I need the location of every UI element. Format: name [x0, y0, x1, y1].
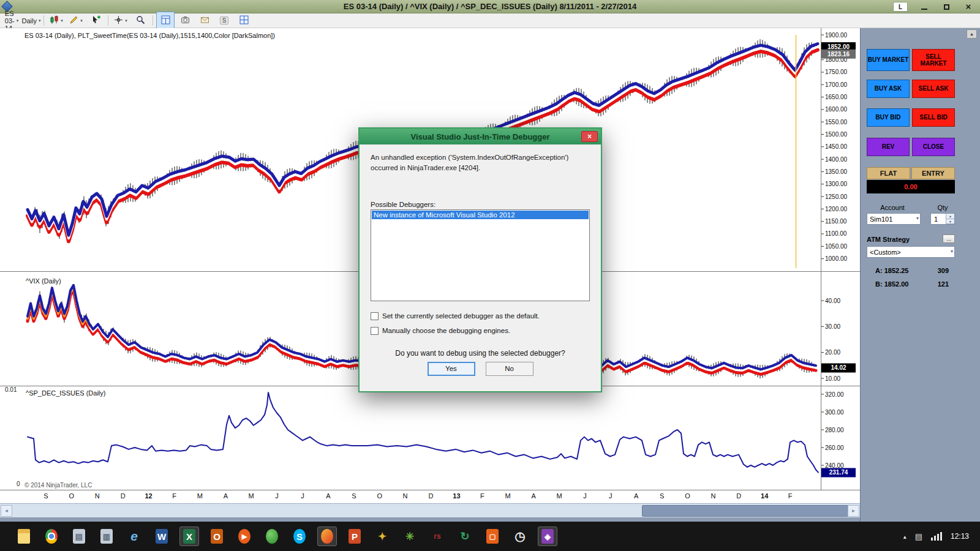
sell-ask-button[interactable]: SELL ASK: [912, 80, 955, 98]
exception-message: An unhandled exception ('System.IndexOut…: [371, 152, 590, 174]
drawing-tools-button[interactable]: ▾: [67, 12, 85, 30]
interval-label: Daily: [22, 17, 37, 24]
manual-engines-row: Manually choose the debugging engines.: [371, 327, 590, 335]
atm-strategy-value: <Custom>: [870, 249, 901, 256]
snapshot-button[interactable]: [176, 12, 194, 30]
chart-toolbar: ES 03-14▾ Daily▾ ▾ ▾ ▾: [0, 13, 980, 28]
crosshair-icon: [114, 15, 123, 26]
chevron-down-icon: ▾: [80, 18, 83, 23]
default-debugger-checkbox[interactable]: [371, 312, 379, 320]
candlestick-icon: [50, 15, 59, 26]
tray-show-hidden-button[interactable]: ▴: [903, 533, 907, 540]
toolbar-separator: [108, 15, 108, 26]
maximize-button[interactable]: [941, 2, 952, 12]
ninjatrader-window: ES 03-14 (Daily) / ^VIX (Daily) / ^SP_DE…: [0, 0, 980, 522]
close-button[interactable]: ×: [963, 2, 974, 12]
panel3-label: ^SP_DEC_ISSUES (Daily): [26, 389, 105, 397]
chevron-down-icon: ▾: [61, 18, 63, 23]
toolbar-separator: [43, 15, 44, 26]
panel2-label: ^VIX (Daily): [26, 277, 61, 285]
dialog-title: Visual Studio Just-In-Time Debugger: [410, 132, 549, 141]
sell-market-button[interactable]: SELL MARKET: [912, 49, 955, 71]
media-player-icon[interactable]: ▶: [235, 527, 254, 545]
zoom-button[interactable]: [131, 12, 149, 30]
jit-debugger-dialog: Visual Studio Just-In-Time Debugger × An…: [358, 127, 602, 392]
chart-trader-panel: ▲ BUY MARKET SELL MARKET BUY ASK SELL AS…: [860, 28, 980, 522]
entry-tab[interactable]: ENTRY: [911, 167, 955, 179]
strategies-button[interactable]: S: [215, 12, 233, 30]
taskbar-clock[interactable]: 12:13: [951, 532, 969, 541]
app-window-icon-2[interactable]: ▥: [97, 527, 116, 545]
touch-keyboard-icon[interactable]: ▤: [915, 532, 922, 541]
ask-price-label: A: 1852.25: [875, 267, 908, 274]
buy-market-button[interactable]: BUY MARKET: [867, 49, 910, 71]
panel-scroll-up-button[interactable]: ▲: [967, 29, 977, 39]
sell-bid-button[interactable]: SELL BID: [912, 108, 955, 127]
ninjatrader-icon[interactable]: [318, 527, 336, 545]
magnifier-icon: [136, 15, 145, 26]
possible-debuggers-label: Possible Debuggers:: [371, 201, 590, 208]
link-button[interactable]: L: [893, 2, 908, 12]
email-button[interactable]: [195, 12, 214, 30]
close-position-button[interactable]: CLOSE: [912, 138, 955, 156]
chevron-down-icon: ▾: [125, 18, 127, 23]
app-window-icon-1[interactable]: ▤: [70, 527, 88, 545]
blue-grid-icon: [161, 15, 170, 26]
envelope-icon: [200, 15, 209, 26]
chevron-down-icon: ▾: [951, 249, 953, 254]
toolbar-separator: [153, 15, 153, 26]
account-select[interactable]: Sim101▾: [867, 213, 921, 225]
skype-icon[interactable]: S: [290, 527, 309, 545]
buy-bid-button[interactable]: BUY BID: [867, 108, 910, 127]
outlook-icon[interactable]: O: [208, 527, 226, 545]
chevron-down-icon: ▾: [17, 18, 19, 23]
instrument-selector[interactable]: ES 03-14▾: [2, 12, 21, 30]
purple-app-icon[interactable]: ◈: [538, 527, 557, 545]
chrome-icon[interactable]: [42, 527, 61, 545]
chevron-down-icon: ▾: [39, 18, 41, 23]
debugger-list[interactable]: New instance of Microsoft Visual Studio …: [371, 209, 590, 301]
scroll-right-button[interactable]: ►: [848, 505, 859, 517]
green-app-icon[interactable]: [263, 527, 281, 545]
scrollbar-thumb[interactable]: [642, 505, 849, 517]
clock-app-icon[interactable]: ◷: [511, 527, 529, 545]
qty-input[interactable]: 1 ▲▼: [930, 213, 955, 225]
file-explorer-icon[interactable]: [15, 527, 33, 545]
flat-tab[interactable]: FLAT: [867, 167, 910, 179]
rs-icon[interactable]: rs: [428, 527, 447, 545]
atm-options-button[interactable]: ...: [943, 234, 955, 243]
yes-button[interactable]: Yes: [428, 362, 475, 376]
chart-style-button[interactable]: ▾: [47, 12, 66, 30]
qty-label: Qty: [930, 204, 955, 211]
scroll-left-button[interactable]: ◄: [1, 505, 12, 517]
desktop: ES 03-14 (Daily) / ^VIX (Daily) / ^SP_DE…: [0, 0, 980, 551]
data-grid-button[interactable]: [235, 12, 253, 30]
debugger-list-item[interactable]: New instance of Microsoft Visual Studio …: [372, 211, 589, 219]
green-burst-icon[interactable]: ✳: [401, 527, 419, 545]
chart-hscrollbar[interactable]: ◄ ►: [0, 503, 860, 517]
minimize-button[interactable]: [919, 2, 930, 12]
manual-engines-checkbox[interactable]: [371, 327, 379, 335]
manual-engines-label: Manually choose the debugging engines.: [382, 327, 510, 334]
insert-indicator-button[interactable]: [86, 12, 105, 30]
chart-panel-button[interactable]: [156, 12, 175, 30]
no-button[interactable]: No: [486, 362, 533, 376]
crosshair-button[interactable]: ▾: [111, 12, 130, 30]
excel-icon[interactable]: X: [180, 527, 198, 545]
keys-icon[interactable]: ✦: [373, 527, 391, 545]
network-icon[interactable]: [931, 532, 942, 541]
atm-strategy-label: ATM Strategy: [867, 236, 910, 243]
internet-explorer-icon[interactable]: e: [125, 527, 143, 545]
dialog-title-bar[interactable]: Visual Studio Just-In-Time Debugger ×: [360, 129, 601, 144]
qty-stepper[interactable]: ▲▼: [946, 214, 954, 224]
powerpoint-icon[interactable]: P: [345, 527, 364, 545]
word-icon[interactable]: W: [153, 527, 171, 545]
reverse-button[interactable]: REV: [867, 138, 910, 156]
interval-selector[interactable]: Daily▾: [22, 12, 40, 30]
window-title: ES 03-14 (Daily) / ^VIX (Daily) / ^SP_DE…: [0, 2, 980, 11]
atm-strategy-select[interactable]: <Custom>▾: [867, 246, 955, 258]
buy-ask-button[interactable]: BUY ASK: [867, 80, 910, 98]
orange-app-icon[interactable]: ▢: [483, 527, 502, 545]
sync-icon[interactable]: ↻: [456, 527, 474, 545]
dialog-close-button[interactable]: ×: [581, 131, 598, 142]
